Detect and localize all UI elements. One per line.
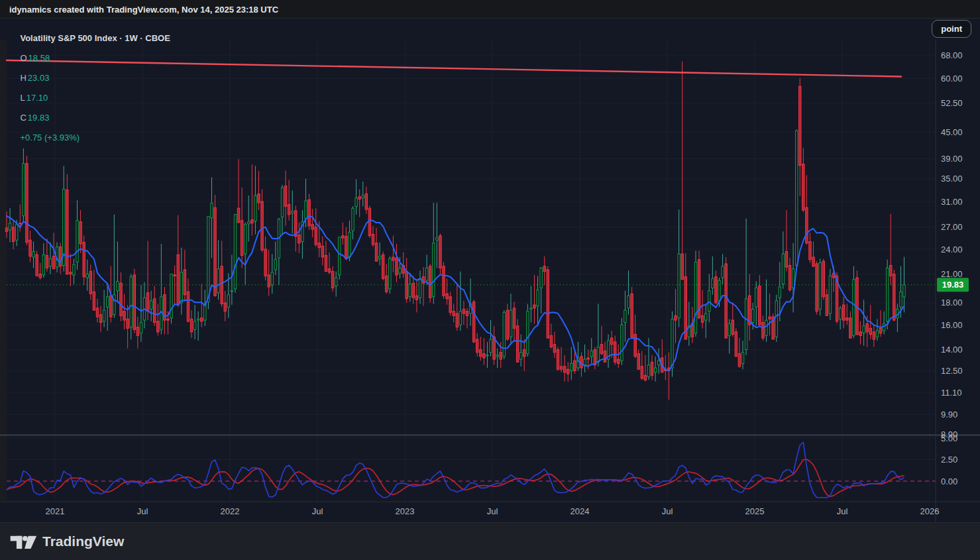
svg-text:9.90: 9.90 [941, 410, 957, 420]
svg-text:39.00: 39.00 [941, 154, 963, 164]
svg-text:21.00: 21.00 [941, 269, 963, 279]
svg-text:16.00: 16.00 [941, 320, 963, 330]
time-axis[interactable]: 2021Jul2022Jul2023Jul2024Jul2025Jul2026 [46, 506, 940, 516]
svg-text:2021: 2021 [46, 506, 65, 516]
svg-text:27.00: 27.00 [941, 222, 963, 232]
svg-text:Jul: Jul [487, 506, 498, 516]
svg-text:0.00: 0.00 [941, 476, 957, 486]
chart-window: idynamics created with TradingView.com, … [0, 0, 980, 560]
svg-text:31.00: 31.00 [941, 197, 963, 207]
svg-text:14.00: 14.00 [941, 345, 963, 355]
svg-text:19.83: 19.83 [942, 280, 964, 290]
svg-text:2025: 2025 [745, 506, 765, 516]
svg-text:2022: 2022 [221, 506, 240, 516]
svg-text:35.00: 35.00 [941, 174, 963, 184]
svg-text:11.10: 11.10 [941, 388, 962, 398]
svg-text:52.50: 52.50 [941, 98, 963, 108]
svg-text:45.00: 45.00 [941, 127, 963, 137]
svg-text:24.00: 24.00 [941, 245, 963, 254]
svg-text:2024: 2024 [571, 506, 590, 516]
lower-indicator [7, 443, 936, 498]
last-price-badge: 19.83 [937, 278, 969, 292]
svg-text:Jul: Jul [137, 506, 148, 516]
low-value: 17.10 [27, 93, 48, 103]
svg-text:2.50: 2.50 [941, 455, 957, 465]
svg-text:Jul: Jul [312, 506, 323, 516]
svg-text:60.00: 60.00 [941, 74, 963, 84]
svg-text:18.00: 18.00 [941, 298, 963, 308]
symbol-title: Volatility S&P 500 Index · 1W · CBOE [20, 33, 170, 43]
svg-text:5.00: 5.00 [941, 433, 957, 443]
open-label: O [20, 53, 27, 63]
svg-text:Jul: Jul [662, 506, 673, 516]
close-label: C [20, 113, 26, 123]
high-value: 23.03 [28, 73, 50, 83]
svg-text:12.50: 12.50 [941, 366, 963, 376]
close-value: 19.83 [28, 113, 50, 123]
symbol-legend: Volatility S&P 500 Index · 1W · CBOE O18… [11, 23, 172, 152]
open-value: 18.58 [28, 53, 50, 63]
svg-text:Jul: Jul [837, 506, 848, 516]
change-value: +0.75 (+3.93%) [20, 133, 80, 142]
svg-text:2026: 2026 [920, 506, 940, 516]
high-label: H [20, 73, 26, 83]
low-label: L [20, 93, 25, 103]
price-axis[interactable]: 68.0060.0052.5045.0039.0035.0031.0027.00… [941, 50, 963, 486]
left-margin [0, 40, 7, 501]
svg-text:2023: 2023 [396, 506, 415, 516]
price-scale-unit-button[interactable]: point [932, 20, 971, 38]
svg-text:68.00: 68.00 [941, 50, 963, 60]
